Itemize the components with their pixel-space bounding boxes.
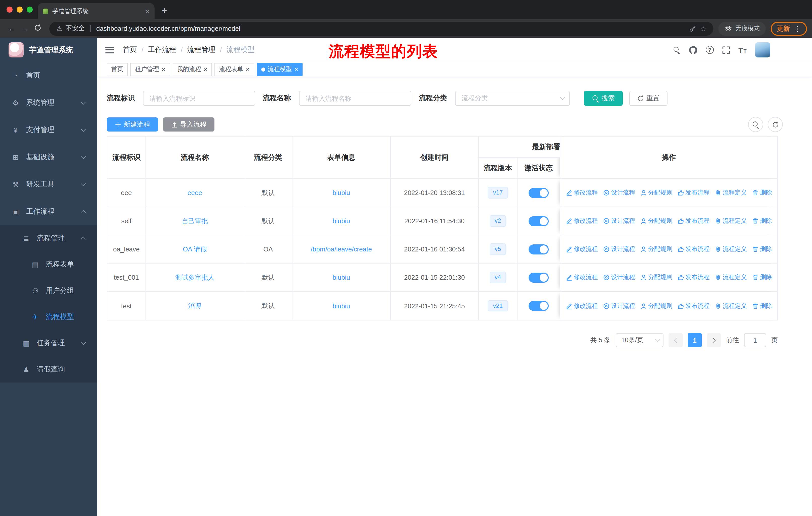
close-icon[interactable]: × — [246, 66, 250, 73]
form-link[interactable]: biubiu — [332, 274, 350, 281]
action-delete[interactable]: 删除 — [752, 188, 772, 197]
action-edit[interactable]: 修改流程 — [566, 302, 598, 310]
tab-close-icon[interactable]: × — [145, 7, 149, 15]
action-edit[interactable]: 修改流程 — [566, 273, 598, 282]
close-window-button[interactable] — [6, 6, 12, 12]
active-toggle[interactable] — [529, 244, 549, 254]
process-name-link[interactable]: eeee — [187, 189, 202, 196]
update-button[interactable]: 更新 ⋮ — [771, 21, 807, 35]
reset-button[interactable]: 重置 — [629, 91, 668, 106]
zoom-window-button[interactable] — [27, 6, 33, 12]
help-icon[interactable] — [705, 46, 714, 54]
prev-page-button[interactable] — [669, 333, 683, 347]
sidebar-item-infrastructure[interactable]: ⊞基础设施 — [0, 144, 97, 171]
tab-tenant-management[interactable]: 租户管理× — [130, 63, 170, 76]
tab-process-model[interactable]: 流程模型× — [257, 63, 303, 76]
form-link[interactable]: /bpm/oa/leave/create — [311, 245, 372, 253]
show-search-button[interactable] — [748, 117, 763, 132]
fullscreen-icon[interactable] — [722, 46, 730, 54]
back-button[interactable]: ← — [5, 24, 18, 33]
forward-button[interactable]: → — [18, 24, 31, 33]
action-design[interactable]: 设计流程 — [603, 273, 635, 282]
action-edit[interactable]: 修改流程 — [566, 245, 598, 253]
action-definition[interactable]: 流程定义 — [715, 245, 747, 253]
sidebar-item-workflow[interactable]: ▣工作流程 — [0, 198, 97, 225]
action-publish[interactable]: 发布流程 — [677, 217, 709, 225]
action-definition[interactable]: 流程定义 — [715, 302, 747, 310]
action-publish[interactable]: 发布流程 — [677, 273, 709, 282]
sidebar-logo[interactable]: 芋道管理系统 — [0, 38, 97, 62]
font-size-icon[interactable] — [738, 46, 747, 54]
action-edit[interactable]: 修改流程 — [566, 188, 598, 197]
action-design[interactable]: 设计流程 — [603, 217, 635, 225]
active-toggle[interactable] — [529, 301, 549, 311]
github-icon[interactable] — [689, 46, 697, 54]
minimize-window-button[interactable] — [17, 6, 23, 12]
action-design[interactable]: 设计流程 — [603, 302, 635, 310]
action-assign[interactable]: 分配规则 — [640, 188, 672, 197]
next-page-button[interactable] — [707, 333, 721, 347]
process-name-link[interactable]: 自己审批 — [182, 216, 208, 225]
user-avatar[interactable] — [755, 42, 770, 57]
action-delete[interactable]: 删除 — [752, 245, 772, 253]
process-name-link[interactable]: OA 请假 — [183, 245, 207, 254]
action-design[interactable]: 设计流程 — [603, 245, 635, 253]
action-delete[interactable]: 删除 — [752, 273, 772, 282]
password-key-icon[interactable] — [689, 25, 696, 32]
new-tab-button[interactable]: + — [162, 5, 167, 15]
active-toggle[interactable] — [529, 216, 549, 226]
action-delete[interactable]: 删除 — [752, 302, 772, 310]
action-definition[interactable]: 流程定义 — [715, 188, 747, 197]
form-link[interactable]: biubiu — [332, 217, 350, 225]
process-name-link[interactable]: 测试多审批人 — [175, 273, 214, 282]
tab-my-process[interactable]: 我的流程× — [172, 63, 212, 76]
sidebar-item-leave-query[interactable]: ♟请假查询 — [0, 356, 97, 382]
sidebar-item-dev-tools[interactable]: ⚒研发工具 — [0, 171, 97, 198]
sidebar-item-process-management[interactable]: ≣流程管理 — [0, 225, 97, 251]
action-assign[interactable]: 分配规则 — [640, 302, 672, 310]
active-toggle[interactable] — [529, 272, 549, 282]
close-icon[interactable]: × — [204, 66, 207, 73]
action-definition[interactable]: 流程定义 — [715, 217, 747, 225]
action-assign[interactable]: 分配规则 — [640, 273, 672, 282]
import-process-button[interactable]: 导入流程 — [163, 117, 214, 132]
action-assign[interactable]: 分配规则 — [640, 217, 672, 225]
active-toggle[interactable] — [529, 188, 549, 198]
breadcrumb-item[interactable]: 工作流程 — [148, 45, 176, 54]
sidebar-item-home[interactable]: ◔首页 — [0, 62, 97, 89]
process-key-input[interactable] — [143, 91, 255, 106]
action-delete[interactable]: 删除 — [752, 217, 772, 225]
close-icon[interactable]: × — [162, 66, 165, 73]
process-name-link[interactable]: 滔博 — [188, 301, 201, 310]
url-bar[interactable]: ⚠ 不安全 dashboard.yudao.iocoder.cn/bpm/man… — [49, 21, 713, 35]
tab-process-form[interactable]: 流程表单× — [214, 63, 254, 76]
breadcrumb-item[interactable]: 流程管理 — [187, 45, 215, 54]
sidebar-item-user-group[interactable]: ⚇用户分组 — [0, 278, 97, 304]
bookmark-star-icon[interactable]: ☆ — [700, 24, 706, 32]
action-assign[interactable]: 分配规则 — [640, 245, 672, 253]
action-publish[interactable]: 发布流程 — [677, 188, 709, 197]
sidebar-item-system[interactable]: ⚙系统管理 — [0, 89, 97, 116]
sidebar-item-process-form[interactable]: ▤流程表单 — [0, 251, 97, 278]
form-link[interactable]: biubiu — [332, 302, 350, 310]
breadcrumb-item[interactable]: 首页 — [123, 45, 137, 54]
current-page-button[interactable]: 1 — [688, 333, 702, 347]
close-icon[interactable]: × — [294, 66, 298, 73]
refresh-table-button[interactable] — [768, 117, 783, 132]
category-select[interactable]: 流程分类 — [455, 91, 570, 106]
tab-home[interactable]: 首页 — [107, 63, 128, 76]
search-icon[interactable] — [673, 46, 680, 53]
page-size-select[interactable]: 10条/页 — [616, 333, 664, 347]
action-design[interactable]: 设计流程 — [603, 188, 635, 197]
browser-tab[interactable]: 芋道管理系统 × — [38, 3, 154, 19]
action-edit[interactable]: 修改流程 — [566, 217, 598, 225]
reload-button[interactable] — [31, 24, 44, 33]
form-link[interactable]: biubiu — [332, 189, 350, 196]
process-name-input[interactable] — [299, 91, 411, 106]
sidebar-collapse-icon[interactable] — [105, 47, 114, 53]
create-process-button[interactable]: 新建流程 — [107, 117, 158, 132]
goto-page-input[interactable] — [744, 333, 766, 347]
sidebar-item-process-model[interactable]: ✈流程模型 — [0, 304, 97, 330]
menu-kebab-icon[interactable]: ⋮ — [794, 24, 801, 32]
action-publish[interactable]: 发布流程 — [677, 245, 709, 253]
